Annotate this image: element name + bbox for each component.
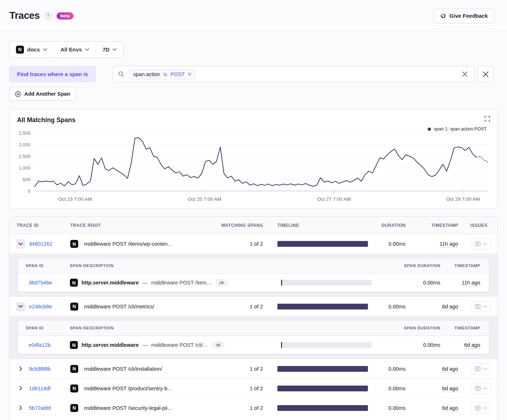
nextjs-logo-icon: N	[16, 46, 24, 54]
plus-circle-icon	[15, 91, 21, 97]
trace-id-link[interactable]: 5b72a6bf	[29, 405, 51, 411]
trace-root-text: middleware POST /security-legal-pii…	[84, 405, 173, 411]
matching-spans-count: 1 of 2	[219, 304, 263, 309]
span-operation: http.server.middleware	[81, 342, 139, 348]
col-span-id: SPAN ID	[26, 326, 70, 330]
environment-filter[interactable]: All Envs	[54, 42, 96, 57]
table-header-row: TRACE ID TRACE ROOT MATCHING SPANS TIMEL…	[9, 217, 498, 234]
span-description-text: middleware POST /cli/…	[151, 342, 208, 348]
issues-indicator[interactable]	[471, 363, 491, 374]
issues-cell	[464, 383, 498, 394]
expand-trace-button[interactable]	[16, 386, 25, 391]
issues-indicator[interactable]	[471, 383, 491, 394]
svg-text:500: 500	[22, 177, 30, 182]
trace-id-link[interactable]: 94601262	[29, 241, 53, 247]
nextjs-logo-icon: N	[70, 279, 78, 287]
clear-search-icon[interactable]	[461, 70, 469, 78]
span-id-link[interactable]: e04fa12b	[29, 342, 50, 348]
trace-id-link[interactable]: e246cb8e	[29, 304, 52, 309]
issues-cell	[464, 363, 498, 374]
trace-id-cell: 1d6114df	[9, 386, 64, 391]
issues-indicator[interactable]	[471, 403, 491, 413]
timestamp-cell: 11h ago	[411, 241, 464, 247]
timestamp-value[interactable]: 6d ago	[442, 304, 458, 309]
trace-id-cell: 94601262	[9, 239, 64, 249]
trace-id-link[interactable]: 1d6114df	[29, 386, 50, 391]
project-filter[interactable]: N docs	[9, 42, 54, 57]
timeline-cell	[263, 304, 370, 309]
traces-table: TRACE ID TRACE ROOT MATCHING SPANS TIMEL…	[9, 216, 498, 420]
give-feedback-button[interactable]: Give Feedback	[433, 9, 494, 23]
span-id-link[interactable]: 36d7546e	[29, 280, 52, 286]
search-icon	[118, 71, 124, 77]
filter-bar: N docs All Envs 7D	[9, 41, 123, 58]
remove-span-filter-button[interactable]	[477, 66, 494, 82]
status-badge: ok	[212, 341, 225, 349]
timeline-cell	[263, 366, 370, 372]
col-timestamp: TIMESTAMP	[411, 223, 464, 228]
span-table-header: SPAN IDSPAN DESCRIPTIONSPAN DURATIONTIME…	[18, 258, 489, 274]
span-timestamp-value[interactable]: 6d ago	[464, 342, 480, 348]
trace-id-link[interactable]: 9cb9f88b	[29, 366, 51, 372]
span-row: 36d7546eNhttp.server.middleware—middlewa…	[18, 274, 489, 292]
megaphone-icon	[440, 13, 446, 19]
col-span-duration: SPAN DURATION	[372, 326, 440, 330]
trace-id-cell: e246cb8e	[9, 302, 64, 311]
remove-chip-icon[interactable]	[188, 72, 191, 76]
span-id-cell: 36d7546e	[26, 279, 70, 286]
traces-page: Traces ? beta Give Feedback N docs All E…	[0, 0, 507, 420]
timeline-bar	[277, 241, 368, 247]
trace-root-cell: Nmiddleware POST /items/wp-conten…	[64, 240, 219, 248]
minus-icon	[483, 369, 487, 369]
issues-cell	[464, 238, 498, 249]
date-range-filter-label: 7D	[102, 46, 109, 53]
span-search-input[interactable]: span.action is POST	[113, 66, 474, 82]
page-title: Traces	[9, 10, 40, 21]
add-another-span-button[interactable]: Add Another Span	[9, 87, 76, 101]
span-row: e04fa12bNhttp.server.middleware—middlewa…	[18, 336, 489, 354]
issues-indicator[interactable]	[471, 238, 491, 249]
date-range-filter[interactable]: 7D	[96, 42, 123, 57]
matching-spans-count: 1 of 2	[219, 405, 263, 411]
span-timeline-cell	[281, 280, 372, 286]
chip-value: POST	[171, 71, 185, 77]
timestamp-value[interactable]: 6d ago	[442, 405, 458, 411]
search-filter-chip[interactable]: span.action is POST	[129, 69, 195, 79]
col-span-description: SPAN DESCRIPTION	[70, 263, 281, 268]
collapse-trace-button[interactable]	[16, 302, 25, 311]
add-another-span-label: Add Another Span	[24, 91, 70, 97]
span-timestamp-cell: 11h ago	[440, 280, 480, 286]
trace-row: 9cb9f88bNmiddleware POST /cli/installati…	[9, 359, 498, 378]
timestamp-value[interactable]: 6d ago	[442, 366, 458, 372]
span-description-text: middleware POST /item…	[151, 280, 211, 286]
duration-value: 0.00ms	[370, 386, 411, 391]
duration-value: 0.00ms	[370, 405, 411, 411]
span-id-cell: e04fa12b	[26, 342, 70, 348]
expand-trace-button[interactable]	[16, 406, 25, 410]
col-duration: DURATION	[370, 223, 411, 228]
minus-icon	[483, 306, 487, 307]
nextjs-logo-icon: N	[70, 384, 78, 392]
span-timeline-bar	[281, 280, 372, 286]
trace-id-cell: 9cb9f88b	[9, 366, 64, 372]
trace-id-cell: 5b72a6bf	[9, 405, 64, 411]
chip-operator: is	[163, 71, 167, 77]
minus-icon	[483, 388, 487, 389]
col-span-timestamp: TIMESTAMP	[440, 263, 480, 268]
fullscreen-icon[interactable]	[483, 115, 491, 122]
chevron-down-icon	[113, 48, 117, 51]
issues-indicator[interactable]	[471, 301, 491, 312]
timestamp-cell: 6d ago	[411, 386, 464, 391]
span-timeline-tick	[281, 280, 282, 286]
timestamp-value[interactable]: 6d ago	[442, 386, 458, 391]
duration-value: 0.00ms	[370, 366, 411, 372]
col-span-description: SPAN DESCRIPTION	[70, 326, 281, 330]
span-description-cell: Nhttp.server.middleware—middleware POST …	[70, 341, 281, 349]
timestamp-value[interactable]: 11h ago	[440, 241, 458, 247]
timeline-bar	[277, 366, 368, 372]
title-row: Traces ? beta	[9, 10, 74, 21]
help-icon[interactable]: ?	[45, 12, 52, 20]
span-timestamp-value[interactable]: 11h ago	[462, 280, 480, 286]
collapse-trace-button[interactable]	[16, 239, 25, 249]
expand-trace-button[interactable]	[16, 366, 25, 371]
